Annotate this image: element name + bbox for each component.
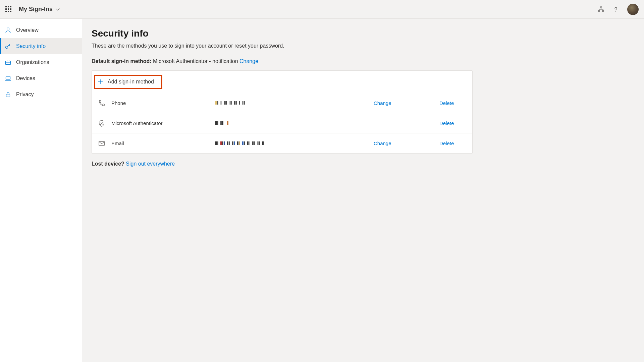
briefcase-icon bbox=[5, 59, 11, 66]
lock-icon bbox=[5, 91, 11, 98]
sidebar: Overview Security info Organizations Dev… bbox=[0, 19, 82, 362]
authenticator-icon bbox=[98, 120, 111, 127]
svg-rect-2 bbox=[602, 10, 604, 12]
method-row-phone: Phone Change Delete bbox=[92, 93, 472, 113]
sidebar-item-label: Organizations bbox=[16, 59, 49, 65]
main-content: Security info These are the methods you … bbox=[82, 19, 644, 362]
page-subtitle: These are the methods you use to sign in… bbox=[92, 43, 644, 49]
svg-point-4 bbox=[7, 28, 9, 30]
help-icon[interactable] bbox=[612, 6, 619, 13]
sidebar-item-label: Privacy bbox=[16, 92, 34, 98]
svg-point-5 bbox=[6, 46, 8, 49]
change-link[interactable]: Change bbox=[374, 140, 391, 146]
svg-rect-0 bbox=[600, 7, 602, 8]
brand-dropdown[interactable]: My Sign-Ins bbox=[19, 6, 60, 13]
lost-device-label: Lost device? bbox=[92, 161, 124, 167]
sidebar-item-label: Devices bbox=[16, 75, 35, 81]
person-icon bbox=[5, 27, 11, 34]
sidebar-item-devices[interactable]: Devices bbox=[0, 70, 82, 86]
method-name: Phone bbox=[111, 100, 215, 106]
svg-rect-8 bbox=[6, 94, 10, 97]
laptop-icon bbox=[5, 75, 11, 82]
app-header: My Sign-Ins bbox=[0, 0, 644, 19]
delete-link[interactable]: Delete bbox=[439, 100, 454, 106]
svg-point-3 bbox=[615, 11, 616, 12]
delete-link[interactable]: Delete bbox=[439, 120, 454, 126]
sidebar-item-security[interactable]: Security info bbox=[0, 38, 82, 54]
default-signin-value: Microsoft Authenticator - notification bbox=[153, 58, 238, 64]
sidebar-item-label: Security info bbox=[16, 43, 46, 49]
add-method-label: Add sign-in method bbox=[108, 79, 154, 85]
lost-device-row: Lost device? Sign out everywhere bbox=[92, 161, 644, 167]
method-value-redacted bbox=[215, 101, 374, 106]
delete-link[interactable]: Delete bbox=[439, 140, 454, 146]
highlight-annotation: Add sign-in method bbox=[94, 75, 162, 89]
change-link[interactable]: Change bbox=[374, 100, 391, 106]
method-value-redacted bbox=[215, 141, 374, 146]
key-icon bbox=[5, 43, 11, 50]
sidebar-item-organizations[interactable]: Organizations bbox=[0, 54, 82, 70]
org-icon[interactable] bbox=[598, 6, 604, 13]
svg-rect-7 bbox=[6, 76, 10, 79]
sidebar-item-label: Overview bbox=[16, 27, 39, 33]
svg-point-9 bbox=[101, 122, 102, 123]
mail-icon bbox=[98, 140, 111, 147]
method-row-email: Email Change Delete bbox=[92, 133, 472, 153]
phone-icon bbox=[98, 100, 111, 107]
sign-out-everywhere-link[interactable]: Sign out everywhere bbox=[126, 161, 175, 167]
methods-card: Add sign-in method Phone Change Delete bbox=[92, 70, 473, 154]
app-launcher-icon[interactable] bbox=[5, 6, 12, 13]
sidebar-item-privacy[interactable]: Privacy bbox=[0, 86, 82, 103]
brand-label: My Sign-Ins bbox=[19, 6, 53, 13]
change-default-link[interactable]: Change bbox=[239, 58, 258, 64]
add-signin-method-button[interactable]: Add sign-in method bbox=[92, 71, 472, 93]
default-signin-row: Default sign-in method: Microsoft Authen… bbox=[92, 58, 644, 64]
svg-rect-1 bbox=[598, 10, 600, 12]
page-title: Security info bbox=[92, 28, 644, 39]
default-signin-label: Default sign-in method: bbox=[92, 58, 152, 64]
method-value-redacted bbox=[215, 121, 374, 126]
method-row-authenticator: Microsoft Authenticator Delete bbox=[92, 113, 472, 133]
sidebar-item-overview[interactable]: Overview bbox=[0, 22, 82, 38]
header-right bbox=[598, 4, 639, 15]
method-name: Microsoft Authenticator bbox=[111, 120, 215, 126]
method-name: Email bbox=[111, 140, 215, 146]
plus-icon bbox=[97, 78, 104, 85]
chevron-down-icon bbox=[55, 7, 60, 12]
avatar[interactable] bbox=[627, 4, 639, 15]
